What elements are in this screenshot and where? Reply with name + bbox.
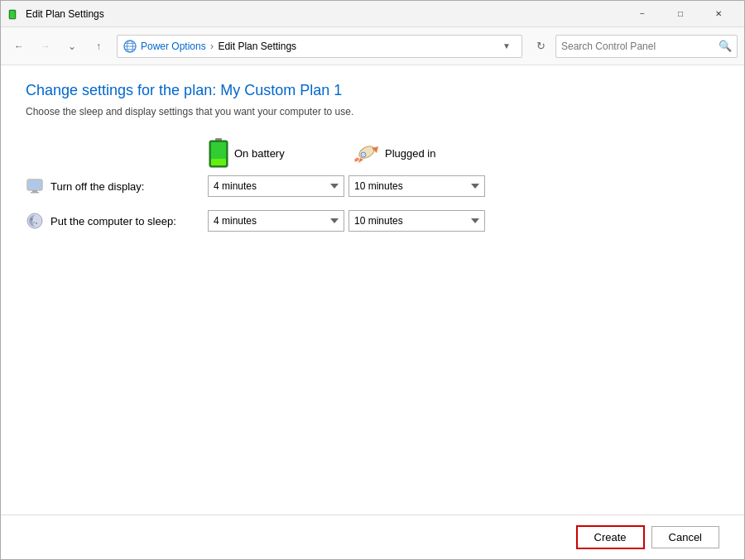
up-button[interactable]: ↑ [87, 35, 110, 58]
display-on-battery-select[interactable]: 1 minute 2 minutes 3 minutes 4 minutes 5… [208, 175, 344, 197]
svg-point-13 [357, 144, 376, 160]
display-label-text: Turn off the display: [50, 180, 144, 193]
display-battery-select-wrapper: 1 minute 2 minutes 3 minutes 4 minutes 5… [208, 175, 344, 197]
svg-rect-3 [10, 17, 15, 18]
sleep-icon [26, 212, 44, 230]
page-subtitle: Choose the sleep and display settings th… [26, 106, 719, 117]
window-icon [7, 7, 21, 21]
current-page-breadcrumb: Edit Plan Settings [218, 41, 296, 52]
svg-rect-12 [211, 159, 226, 165]
search-input[interactable] [561, 41, 719, 52]
page-title: Change settings for the plan: My Custom … [26, 82, 719, 99]
breadcrumb-separator: › [210, 41, 216, 52]
create-button[interactable]: Create [576, 525, 645, 549]
address-dropdown-button[interactable]: ▼ [497, 36, 517, 57]
main-content: Change settings for the plan: My Custom … [1, 65, 744, 515]
sleep-label-text: Put the computer to sleep: [50, 215, 176, 227]
sleep-plugged-in-select[interactable]: 1 minute 2 minutes 3 minutes 4 minutes 5… [348, 210, 485, 232]
address-text: Power Options › Edit Plan Settings [141, 41, 497, 52]
rocket-icon [348, 141, 380, 165]
svg-rect-20 [32, 190, 37, 192]
settings-table: On battery Plugged in [26, 137, 589, 232]
title-bar: Edit Plan Settings − □ ✕ [1, 1, 744, 27]
column-headers: On battery Plugged in [208, 137, 589, 169]
minimize-button[interactable]: − [623, 1, 661, 27]
plugged-in-label: Plugged in [385, 147, 435, 160]
svg-point-14 [361, 152, 366, 157]
address-bar: Power Options › Edit Plan Settings ▼ [117, 35, 522, 58]
power-options-link[interactable]: Power Options [141, 41, 206, 52]
navigation-bar: ← → ⌄ ↑ Power Options › Edit Plan Settin… [1, 27, 744, 65]
display-plugged-select-wrapper: 1 minute 2 minutes 3 minutes 4 minutes 5… [348, 175, 485, 197]
display-plugged-in-select[interactable]: 1 minute 2 minutes 3 minutes 4 minutes 5… [348, 175, 485, 197]
forward-button[interactable]: → [34, 35, 57, 58]
window-title: Edit Plan Settings [26, 8, 623, 20]
svg-point-17 [353, 157, 359, 162]
svg-rect-21 [31, 192, 39, 194]
display-settings-row: Turn off the display: 1 minute 2 minutes… [26, 175, 589, 197]
plugged-in-header: Plugged in [348, 141, 489, 165]
monitor-icon [26, 177, 44, 195]
sleep-settings-row: Put the computer to sleep: 1 minute 2 mi… [26, 210, 589, 232]
sleep-row-label: Put the computer to sleep: [26, 212, 208, 230]
svg-point-26 [33, 222, 35, 223]
globe-icon [123, 39, 137, 54]
sleep-on-battery-select[interactable]: 1 minute 2 minutes 3 minutes 4 minutes 5… [208, 210, 344, 232]
on-battery-label: On battery [234, 147, 285, 160]
maximize-button[interactable]: □ [661, 1, 699, 27]
svg-marker-16 [358, 158, 363, 163]
window-controls: − □ ✕ [623, 1, 738, 27]
on-battery-header: On battery [208, 137, 348, 169]
search-icon-button[interactable]: 🔍 [719, 40, 732, 52]
svg-rect-2 [14, 12, 16, 12]
back-button[interactable]: ← [7, 35, 31, 58]
sleep-battery-select-wrapper: 1 minute 2 minutes 3 minutes 4 minutes 5… [208, 210, 344, 232]
bottom-bar: Create Cancel [1, 515, 744, 559]
sleep-plugged-select-wrapper: 1 minute 2 minutes 3 minutes 4 minutes 5… [348, 210, 485, 232]
svg-rect-19 [28, 180, 41, 189]
cancel-button[interactable]: Cancel [651, 526, 719, 548]
svg-point-24 [31, 218, 33, 221]
recent-pages-button[interactable]: ⌄ [60, 35, 84, 58]
search-bar: 🔍 [555, 35, 738, 58]
svg-point-25 [36, 223, 37, 224]
close-button[interactable]: ✕ [699, 1, 738, 27]
battery-icon [208, 137, 229, 169]
display-row-label: Turn off the display: [26, 177, 208, 195]
refresh-button[interactable]: ↻ [529, 35, 552, 58]
